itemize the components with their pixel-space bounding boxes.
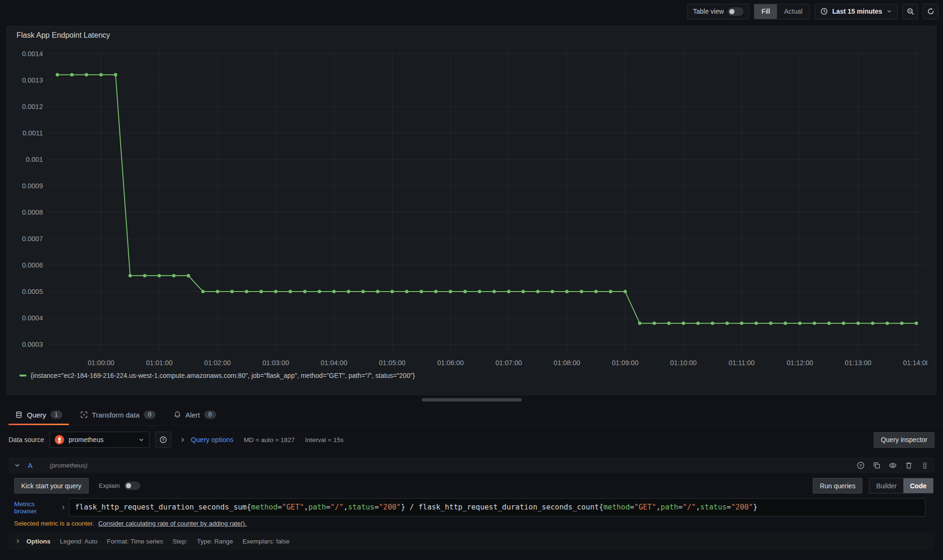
delete-query-icon[interactable] — [905, 461, 913, 469]
tab-alert-count: 0 — [204, 410, 216, 419]
toggle-knob — [729, 9, 734, 14]
metrics-browser-label: Metrics browser — [14, 501, 58, 515]
panel-editor-toolbar: Table view Fill Actual Last 15 minutes — [0, 0, 943, 23]
svg-text:0.0006: 0.0006 — [22, 261, 43, 269]
fill-option[interactable]: Fill — [754, 4, 777, 19]
svg-text:01:01:00: 01:01:00 — [146, 359, 172, 367]
counter-warning: Selected metric is a counter. Consider c… — [14, 520, 935, 527]
bell-icon — [174, 411, 181, 418]
refresh-icon — [927, 8, 935, 15]
datasource-help-button[interactable] — [155, 432, 171, 448]
datasource-name: prometheus — [68, 436, 134, 443]
table-view-label: Table view — [693, 8, 724, 15]
svg-text:0.0013: 0.0013 — [22, 76, 43, 84]
explain-group: Explain — [99, 482, 140, 490]
tab-transform-label: Transform data — [92, 411, 140, 419]
run-queries-button[interactable]: Run queries — [813, 478, 863, 493]
svg-text:01:11:00: 01:11:00 — [728, 359, 754, 367]
time-range-picker[interactable]: Last 15 minutes — [815, 4, 898, 19]
toggle-knob — [126, 483, 131, 488]
panel-title[interactable]: Flask App Endpoint Latency — [15, 31, 110, 40]
options-exemplars: Exemplars: false — [242, 538, 290, 545]
options-step: Step: — [173, 538, 188, 545]
query-options-collapsed-row[interactable]: Options Legend: Auto Format: Time series… — [8, 533, 935, 550]
search-minus-icon — [907, 8, 914, 15]
actual-option[interactable]: Actual — [777, 4, 809, 19]
query-editor-card: A (prometheus) Kick start your query Exp… — [8, 457, 935, 550]
transform-icon — [80, 411, 88, 418]
refresh-button[interactable] — [923, 4, 938, 19]
legend-item[interactable]: {instance="ec2-184-169-216-224.us-west-1… — [15, 372, 928, 379]
query-editor-text: flask_http_request_duration_seconds_sum{… — [75, 503, 758, 511]
metrics-browser-toggle[interactable]: Metrics browser — [8, 498, 69, 517]
tab-query-count: 1 — [50, 410, 62, 419]
prometheus-icon — [55, 435, 64, 444]
query-editor-row: Metrics browser flask_http_request_durat… — [8, 498, 935, 517]
svg-text:0.0003: 0.0003 — [22, 341, 43, 348]
clock-icon — [820, 8, 828, 15]
svg-text:0.0004: 0.0004 — [22, 314, 43, 322]
tab-transform-count: 0 — [144, 410, 156, 419]
code-option[interactable]: Code — [903, 478, 933, 493]
chevron-right-icon — [15, 538, 21, 544]
help-circle-icon — [159, 436, 167, 443]
warning-rate-hint-link[interactable]: Consider calculating rate of counter by … — [98, 520, 246, 527]
chevron-right-icon — [61, 505, 66, 510]
datasource-row: Data source prometheus Query options MD … — [0, 430, 943, 450]
query-row-actions — [857, 461, 929, 469]
editor-resize-handle[interactable] — [422, 398, 522, 401]
svg-text:01:00:00: 01:00:00 — [88, 359, 114, 367]
svg-text:01:05:00: 01:05:00 — [379, 359, 405, 367]
query-ref-id[interactable]: A — [28, 461, 33, 469]
query-row-header[interactable]: A (prometheus) — [8, 457, 935, 473]
query-inspector-button[interactable]: Query inspector — [874, 432, 935, 448]
zoom-out-button[interactable] — [902, 4, 918, 19]
duplicate-query-icon[interactable] — [873, 461, 881, 469]
explain-label: Explain — [99, 482, 120, 489]
builder-option[interactable]: Builder — [869, 478, 903, 493]
chevron-down-icon — [886, 8, 892, 14]
time-series-panel: Flask App Endpoint Latency 0.00030.00040… — [7, 26, 936, 395]
svg-text:01:12:00: 01:12:00 — [786, 359, 813, 367]
max-data-points-text: MD = auto = 1827 — [244, 436, 295, 443]
table-view-group: Table view — [687, 4, 749, 19]
kick-start-query-button[interactable]: Kick start your query — [14, 478, 89, 493]
datasource-picker[interactable]: prometheus — [50, 432, 150, 448]
svg-text:0.0008: 0.0008 — [22, 209, 43, 216]
svg-text:01:10:00: 01:10:00 — [670, 359, 696, 367]
interval-text: Interval = 15s — [305, 436, 343, 443]
table-view-toggle[interactable] — [728, 8, 743, 16]
latency-chart[interactable]: 0.00030.00040.00050.00060.00070.00080.00… — [15, 40, 927, 371]
svg-text:01:06:00: 01:06:00 — [437, 359, 464, 367]
tab-alert[interactable]: Alert 0 — [167, 404, 223, 425]
svg-text:01:03:00: 01:03:00 — [262, 359, 289, 367]
svg-text:01:04:00: 01:04:00 — [321, 359, 347, 367]
svg-text:0.0009: 0.0009 — [22, 182, 43, 190]
database-icon — [15, 411, 23, 418]
disable-query-icon[interactable] — [889, 461, 897, 469]
builder-code-switch: Builder Code — [869, 478, 934, 493]
query-datasource-hint: (prometheus) — [50, 462, 87, 469]
options-format: Format: Time series — [107, 538, 163, 545]
promql-code-editor[interactable]: flask_http_request_duration_seconds_sum{… — [69, 498, 926, 517]
tab-query[interactable]: Query 1 — [8, 404, 69, 425]
drag-handle-icon[interactable] — [921, 461, 929, 469]
svg-text:0.0012: 0.0012 — [22, 103, 43, 110]
tab-transform-data[interactable]: Transform data 0 — [74, 404, 162, 425]
svg-text:01:09:00: 01:09:00 — [612, 359, 638, 367]
svg-text:0.0005: 0.0005 — [22, 288, 43, 295]
svg-text:0.001: 0.001 — [26, 156, 43, 163]
chevron-right-icon — [180, 437, 186, 443]
editor-tabs: Query 1 Transform data 0 Alert 0 — [0, 404, 943, 426]
svg-text:01:07:00: 01:07:00 — [495, 359, 522, 367]
options-type: Type: Range — [197, 538, 233, 545]
query-help-icon[interactable] — [857, 461, 865, 469]
query-toolbar: Kick start your query Explain Run querie… — [14, 478, 935, 493]
svg-text:0.0007: 0.0007 — [22, 235, 43, 242]
svg-text:01:13:00: 01:13:00 — [845, 359, 871, 367]
explain-toggle[interactable] — [125, 482, 140, 490]
collapse-chevron-icon[interactable] — [14, 462, 20, 468]
svg-text:0.0014: 0.0014 — [22, 50, 43, 58]
legend-series-label: {instance="ec2-184-169-216-224.us-west-1… — [31, 372, 415, 379]
query-options-toggle[interactable]: Query options — [180, 436, 233, 443]
